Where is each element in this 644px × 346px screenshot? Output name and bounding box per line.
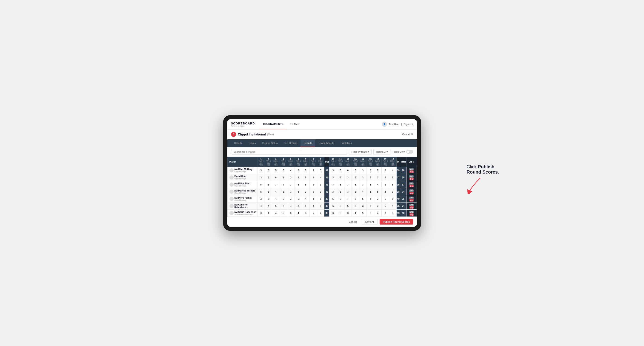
score-hole-17[interactable]: 3 xyxy=(382,167,389,174)
score-hole-17[interactable]: 5 xyxy=(382,202,389,210)
score-hole-6[interactable]: 5 xyxy=(294,195,302,202)
score-hole-10[interactable]: 5 xyxy=(329,195,336,202)
wd-badge[interactable]: WD xyxy=(409,189,414,192)
score-hole-11[interactable]: 5 xyxy=(337,167,344,174)
score-hole-13[interactable]: 5 xyxy=(352,181,359,188)
search-input[interactable] xyxy=(231,149,347,155)
score-hole-5[interactable]: 4 xyxy=(287,202,294,210)
publish-round-scores-button[interactable]: Publish Round Scores xyxy=(380,219,413,224)
wd-badge[interactable]: WD xyxy=(409,204,414,206)
score-hole-4[interactable]: 5 xyxy=(280,210,287,217)
score-hole-16[interactable]: 5 xyxy=(374,167,382,174)
score-hole-5[interactable]: 3 xyxy=(287,174,294,181)
score-hole-2[interactable]: 3 xyxy=(265,188,272,195)
score-hole-4[interactable]: 3 xyxy=(280,202,287,210)
score-hole-9[interactable]: 4 xyxy=(317,210,324,217)
score-hole-8[interactable]: 6 xyxy=(310,174,317,181)
score-hole-9[interactable]: 5 xyxy=(317,195,324,202)
score-hole-13[interactable]: 3 xyxy=(352,202,359,210)
dq-badge[interactable]: DQ xyxy=(410,206,414,209)
score-hole-14[interactable]: 3 xyxy=(359,181,366,188)
sign-out-link[interactable]: Sign out xyxy=(404,123,413,126)
score-hole-18[interactable]: 4 xyxy=(389,167,396,174)
score-hole-7[interactable]: 5 xyxy=(302,167,310,174)
wd-badge[interactable]: WD xyxy=(409,182,414,185)
score-hole-1[interactable]: 3 xyxy=(257,210,265,217)
cancel-header-button[interactable]: Cancel ✕ xyxy=(402,133,413,136)
dq-badge[interactable]: DQ xyxy=(410,199,414,202)
score-hole-4[interactable]: 5 xyxy=(280,167,287,174)
score-hole-2[interactable]: 3 xyxy=(265,174,272,181)
score-hole-7[interactable]: 5 xyxy=(302,202,310,210)
score-hole-10[interactable]: 3 xyxy=(329,174,336,181)
score-hole-7[interactable]: 3 xyxy=(302,188,310,195)
score-hole-12[interactable]: 3 xyxy=(344,210,352,217)
score-hole-2[interactable]: 3 xyxy=(265,195,272,202)
score-hole-1[interactable]: 4 xyxy=(257,202,265,210)
score-hole-4[interactable]: 5 xyxy=(280,195,287,202)
score-hole-3[interactable]: 5 xyxy=(272,167,280,174)
filter-by-team-select[interactable]: Filter by team ▾ xyxy=(349,149,372,155)
round-select[interactable]: Round 3 ▾ xyxy=(374,149,390,155)
score-hole-17[interactable]: 4 xyxy=(382,188,389,195)
score-hole-15[interactable]: 3 xyxy=(366,188,374,195)
score-hole-9[interactable]: 5 xyxy=(317,202,324,210)
wd-badge[interactable]: WD xyxy=(409,175,414,178)
score-hole-4[interactable]: 4 xyxy=(280,174,287,181)
score-hole-2[interactable]: 3 xyxy=(265,181,272,188)
score-hole-18[interactable]: 3 xyxy=(389,188,396,195)
score-hole-13[interactable]: 5 xyxy=(352,167,359,174)
score-hole-7[interactable]: 5 xyxy=(302,181,310,188)
wd-badge[interactable]: WD xyxy=(409,196,414,199)
score-hole-18[interactable]: 5 xyxy=(389,174,396,181)
score-hole-16[interactable]: 4 xyxy=(374,181,382,188)
tab-course-setup[interactable]: Course Setup xyxy=(259,139,281,147)
score-hole-17[interactable]: 3 xyxy=(382,210,389,217)
score-hole-16[interactable]: 3 xyxy=(374,174,382,181)
cancel-footer-button[interactable]: Cancel xyxy=(346,219,360,224)
score-hole-11[interactable]: 5 xyxy=(337,181,344,188)
tab-details[interactable]: Details xyxy=(231,139,245,147)
score-hole-6[interactable]: 3 xyxy=(294,181,302,188)
score-hole-7[interactable]: 3 xyxy=(302,210,310,217)
dq-badge[interactable]: DQ xyxy=(410,185,414,187)
score-hole-3[interactable]: 3 xyxy=(272,181,280,188)
score-hole-16[interactable]: 3 xyxy=(374,202,382,210)
score-hole-4[interactable]: 5 xyxy=(280,188,287,195)
dq-badge[interactable]: DQ xyxy=(410,213,414,216)
score-hole-3[interactable]: 6 xyxy=(272,174,280,181)
score-hole-10[interactable]: 3 xyxy=(329,210,336,217)
score-hole-13[interactable]: 3 xyxy=(352,195,359,202)
score-hole-10[interactable]: 3 xyxy=(329,188,336,195)
score-hole-18[interactable]: 6 xyxy=(389,195,396,202)
score-hole-5[interactable]: 3 xyxy=(287,188,294,195)
score-hole-12[interactable]: 3 xyxy=(344,181,352,188)
dq-badge[interactable]: DQ xyxy=(410,171,414,173)
score-hole-12[interactable]: 5 xyxy=(344,202,352,210)
score-hole-9[interactable]: 3 xyxy=(317,181,324,188)
wd-badge[interactable]: WD xyxy=(409,211,414,213)
score-hole-6[interactable]: 4 xyxy=(294,210,302,217)
score-hole-3[interactable]: 4 xyxy=(272,210,280,217)
score-hole-2[interactable]: 4 xyxy=(265,202,272,210)
score-hole-14[interactable]: 3 xyxy=(359,167,366,174)
score-hole-10[interactable]: 6 xyxy=(329,202,336,210)
nav-tournaments[interactable]: TOURNAMENTS xyxy=(259,119,287,130)
score-hole-15[interactable]: 3 xyxy=(366,202,374,210)
score-hole-3[interactable]: 4 xyxy=(272,195,280,202)
score-hole-18[interactable]: 4 xyxy=(389,202,396,210)
score-hole-13[interactable]: 4 xyxy=(352,210,359,217)
score-hole-15[interactable]: 4 xyxy=(366,195,374,202)
score-hole-15[interactable]: 3 xyxy=(366,210,374,217)
score-hole-8[interactable]: 5 xyxy=(310,210,317,217)
wd-badge[interactable]: WD xyxy=(409,168,414,171)
score-hole-12[interactable]: 3 xyxy=(344,174,352,181)
score-hole-12[interactable]: 6 xyxy=(344,167,352,174)
score-hole-16[interactable]: 5 xyxy=(374,188,382,195)
score-hole-8[interactable]: 3 xyxy=(310,202,317,210)
score-hole-1[interactable]: 3 xyxy=(257,174,265,181)
score-hole-15[interactable]: 5 xyxy=(366,167,374,174)
score-hole-1[interactable]: 3 xyxy=(257,195,265,202)
save-all-button[interactable]: Save All xyxy=(362,219,378,225)
score-hole-16[interactable]: 3 xyxy=(374,195,382,202)
